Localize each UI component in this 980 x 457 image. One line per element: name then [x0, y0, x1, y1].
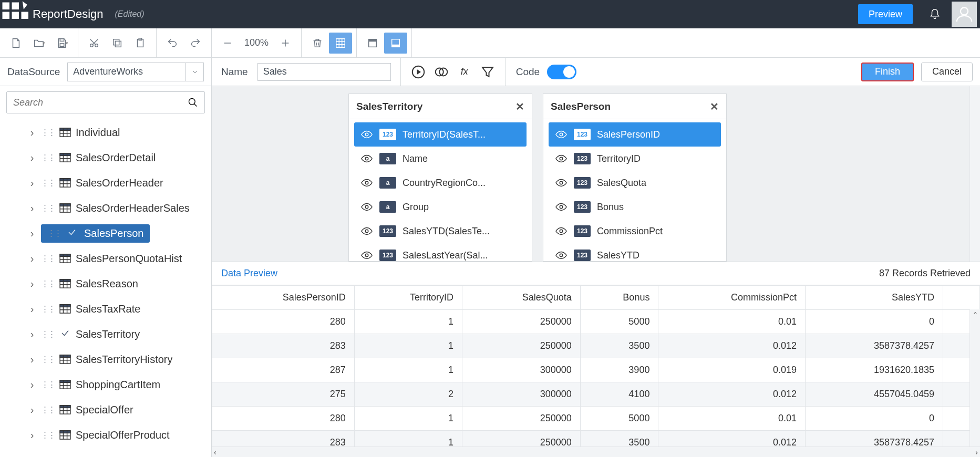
name-input[interactable] — [257, 63, 391, 81]
svg-rect-36 — [60, 153, 70, 156]
svg-rect-46 — [60, 204, 70, 206]
eye-icon[interactable] — [555, 251, 568, 259]
footer-toggle-icon[interactable] — [384, 33, 407, 54]
cell: 3500 — [580, 334, 658, 358]
field-group[interactable]: a Group — [354, 195, 527, 219]
sidebar-item-salesorderheader[interactable]: › ⋮⋮ SalesOrderHeader — [6, 170, 205, 195]
sidebar-item-salesreason[interactable]: › ⋮⋮ SalesReason — [6, 271, 205, 296]
open-folder-icon[interactable]: ▾ — [27, 33, 50, 54]
datasource-select[interactable]: AdventureWorks — [67, 63, 204, 81]
column-header[interactable]: SalesQuota — [462, 286, 580, 310]
grid-hscroll[interactable]: ‹› — [212, 446, 980, 457]
column-header[interactable]: CommissionPct — [658, 286, 806, 310]
column-header[interactable]: SalesYTD — [805, 286, 943, 310]
sidebar-item-salesperson[interactable]: › ⋮⋮SalesPerson — [6, 221, 205, 246]
cancel-button[interactable]: Cancel — [921, 63, 973, 81]
zoom-out-icon[interactable] — [216, 33, 239, 54]
grid-vscroll[interactable]: ⌃ — [969, 309, 980, 446]
chevron-right-icon: › — [27, 202, 37, 214]
column-header[interactable]: Bonus — [580, 286, 658, 310]
header-toggle-icon[interactable] — [361, 33, 384, 54]
field-name[interactable]: a Name — [354, 147, 527, 171]
sidebar-item-salesterritoryhistory[interactable]: › ⋮⋮ SalesTerritoryHistory — [6, 347, 205, 372]
sidebar-item-salesterritory[interactable]: › ⋮⋮ SalesTerritory — [6, 321, 205, 347]
field-territoryid[interactable]: 123 TerritoryID — [549, 147, 721, 171]
svg-point-88 — [365, 205, 368, 209]
panel-salesperson[interactable]: SalesPerson✕ 123 SalesPersonID 123 Terri… — [543, 94, 727, 262]
search-input[interactable] — [6, 91, 205, 113]
field-commissionpct[interactable]: 123 CommissionPct — [549, 219, 721, 243]
svg-rect-8 — [60, 43, 64, 46]
sidebar-item-specialoffer[interactable]: › ⋮⋮ SpecialOffer — [6, 397, 205, 422]
eye-icon[interactable] — [555, 179, 568, 187]
svg-rect-21 — [369, 39, 377, 41]
avatar[interactable] — [952, 2, 977, 27]
eye-icon[interactable] — [360, 203, 373, 211]
datasource-value: AdventureWorks — [73, 66, 143, 77]
field-bonus[interactable]: 123 Bonus — [549, 195, 721, 219]
column-header[interactable]: TerritoryID — [354, 286, 462, 310]
join-icon[interactable] — [434, 64, 449, 80]
eye-icon[interactable] — [555, 130, 568, 139]
bell-icon[interactable] — [925, 8, 944, 20]
table-icon — [59, 304, 71, 314]
fx-icon[interactable]: fx — [457, 64, 472, 80]
zoom-in-icon[interactable] — [274, 33, 297, 54]
preview-button[interactable]: Preview — [858, 4, 913, 24]
svg-rect-12 — [114, 39, 119, 45]
cell: 0.01 — [658, 310, 806, 334]
cell: 3587378.4257 — [805, 334, 943, 358]
eye-icon[interactable] — [360, 179, 373, 187]
copy-icon[interactable] — [106, 33, 129, 54]
filter-icon[interactable] — [480, 64, 496, 80]
sidebar-item-salespersonquotahist[interactable]: › ⋮⋮ SalesPersonQuotaHist — [6, 246, 205, 271]
eye-icon[interactable] — [360, 130, 373, 139]
sidebar-item-salesorderheadersales[interactable]: › ⋮⋮ SalesOrderHeaderSales — [6, 195, 205, 221]
code-toggle[interactable] — [547, 65, 576, 79]
data-preview-title: Data Preview — [221, 268, 277, 279]
finish-button[interactable]: Finish — [861, 63, 914, 81]
eye-icon[interactable] — [555, 154, 568, 163]
field-salesytdsaleste[interactable]: 123 SalesYTD(SalesTe... — [354, 219, 527, 243]
field-salesquota[interactable]: 123 SalesQuota — [549, 171, 721, 195]
run-icon[interactable] — [410, 64, 426, 80]
cell: 1931620.1835 — [805, 358, 943, 382]
save-icon[interactable]: ▾ — [50, 33, 74, 54]
sidebar-item-salesorderdetail[interactable]: › ⋮⋮ SalesOrderDetail — [6, 145, 205, 170]
sidebar-item-label: SpecialOffer — [76, 404, 133, 416]
cut-icon[interactable] — [82, 33, 106, 54]
delete-icon[interactable] — [306, 33, 329, 54]
apps-icon[interactable] — [0, 0, 28, 28]
close-icon[interactable]: ✕ — [515, 100, 524, 113]
field-territoryidsalest[interactable]: 123 TerritoryID(SalesT... — [354, 122, 527, 147]
field-countryregionco[interactable]: a CountryRegionCo... — [354, 171, 527, 195]
column-header[interactable]: SalesPersonID — [212, 286, 355, 310]
eye-icon[interactable] — [555, 203, 568, 211]
sidebar-item-salestaxrate[interactable]: › ⋮⋮ SalesTaxRate — [6, 296, 205, 321]
eye-icon[interactable] — [360, 227, 373, 235]
type-badge: 123 — [574, 250, 591, 261]
canvas-scrollbar[interactable] — [969, 86, 980, 262]
grid-icon[interactable] — [329, 33, 352, 54]
sidebar-item-shoppingcartitem[interactable]: › ⋮⋮ ShoppingCartItem — [6, 372, 205, 397]
eye-icon[interactable] — [360, 251, 373, 259]
eye-icon[interactable] — [360, 154, 373, 163]
field-salespersonid[interactable]: 123 SalesPersonID — [549, 122, 721, 147]
chevron-down-icon — [185, 63, 203, 81]
sidebar-item-individual[interactable]: › ⋮⋮ Individual — [6, 120, 205, 145]
field-label: TerritoryID(SalesT... — [403, 129, 486, 140]
eye-icon[interactable] — [555, 227, 568, 235]
svg-point-85 — [365, 133, 368, 136]
sidebar-item-specialofferproduct[interactable]: › ⋮⋮ SpecialOfferProduct — [6, 422, 205, 448]
search-field[interactable] — [13, 97, 188, 108]
new-file-icon[interactable] — [4, 33, 27, 54]
paste-icon[interactable] — [129, 33, 152, 54]
cell: 0 — [805, 310, 943, 334]
chevron-right-icon: › — [27, 177, 37, 189]
svg-rect-31 — [60, 128, 70, 131]
panel-salesterritory[interactable]: SalesTerritory✕ 123 TerritoryID(SalesT..… — [348, 94, 532, 262]
close-icon[interactable]: ✕ — [710, 100, 719, 113]
sidebar-item-label: Individual — [76, 127, 120, 139]
redo-icon[interactable] — [184, 33, 207, 54]
undo-icon[interactable] — [161, 33, 184, 54]
